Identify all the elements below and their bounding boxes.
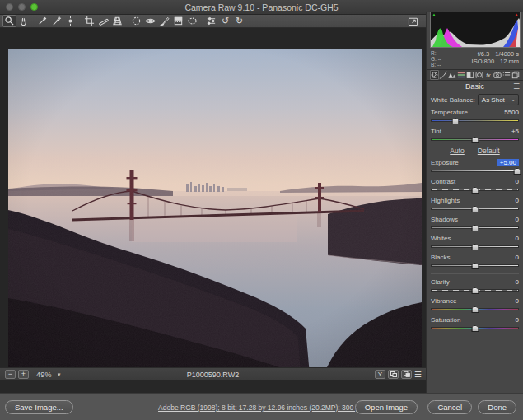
- tab-tone-curve[interactable]: [439, 70, 448, 80]
- slider-label: Temperature: [431, 109, 468, 116]
- histogram[interactable]: ▲ ▲: [430, 12, 521, 48]
- filename-label: P1000590.RW2: [0, 371, 426, 379]
- slider-label: Shadows: [431, 216, 458, 223]
- white-balance-select[interactable]: As Shot ⌄: [478, 94, 519, 105]
- tone-sliders: Exposure +5.00 Contrast 0 Highlights 0 S…: [427, 159, 523, 332]
- focal-length-value: 12 mm: [500, 58, 519, 65]
- exposure-info: f/6.31/4000 s ISO 80012 mm: [459, 50, 519, 68]
- spot-removal-tool-icon[interactable]: [129, 15, 143, 27]
- tab-lens-corrections[interactable]: [475, 70, 484, 80]
- preview-preferences-menu-icon[interactable]: ☰: [414, 370, 422, 379]
- auto-link[interactable]: Auto: [450, 147, 465, 155]
- before-after-view-button[interactable]: Y: [375, 370, 385, 379]
- slider-track[interactable]: [431, 119, 519, 122]
- graduated-filter-tool-icon[interactable]: [171, 15, 185, 27]
- slider-vibrance: Vibrance 0: [431, 297, 519, 313]
- default-link[interactable]: Default: [478, 147, 500, 155]
- tab-snapshots[interactable]: [511, 70, 520, 80]
- red-eye-removal-tool-icon[interactable]: [143, 15, 157, 27]
- auto-default-row: Auto Default: [427, 147, 523, 155]
- white-balance-label: White Balance:: [431, 96, 475, 104]
- hand-tool-icon[interactable]: [16, 15, 30, 27]
- slider-value[interactable]: 0: [516, 297, 519, 305]
- zoom-tool-icon[interactable]: [2, 15, 16, 27]
- open-image-button[interactable]: Open Image: [355, 400, 418, 414]
- slider-label: Whites: [431, 235, 451, 242]
- close-window-button[interactable]: [6, 3, 13, 11]
- wb-sliders: Temperature 5500 Tint +5: [427, 109, 523, 143]
- slider-label: Contrast: [431, 178, 455, 185]
- tab-hsl-grayscale[interactable]: [457, 70, 466, 80]
- swap-before-after-button[interactable]: [388, 370, 399, 379]
- copy-settings-button[interactable]: [401, 370, 412, 379]
- rotate-right-tool-icon[interactable]: ↻: [232, 15, 246, 27]
- tab-camera-calibration[interactable]: [493, 70, 502, 80]
- slider-temperature: Temperature 5500: [431, 109, 519, 124]
- targeted-adjustment-tool-icon[interactable]: [63, 15, 77, 27]
- panel-menu-icon[interactable]: ☰: [513, 82, 520, 91]
- slider-whites: Whites 0: [431, 235, 519, 250]
- slider-label: Highlights: [431, 197, 460, 204]
- rotate-left-tool-icon[interactable]: ↺: [218, 15, 232, 27]
- white-balance-value: As Shot: [482, 96, 505, 104]
- tab-split-toning[interactable]: [466, 70, 475, 80]
- slider-value[interactable]: 0: [516, 197, 519, 204]
- preview-status-bar: − + 49% ▾ P1000590.RW2 Y ☰: [0, 367, 426, 380]
- footer-bar: Save Image... Adobe RGB (1998); 8 bit; 1…: [0, 393, 523, 420]
- crop-tool-icon[interactable]: [82, 15, 96, 27]
- slider-tint: Tint +5: [431, 128, 519, 143]
- slider-shadows: Shadows 0: [431, 216, 519, 231]
- panel-divider: [431, 273, 519, 274]
- preferences-tool-icon[interactable]: [204, 15, 218, 27]
- chevron-down-icon: ⌄: [511, 96, 516, 103]
- straighten-tool-icon[interactable]: [96, 15, 110, 27]
- done-button[interactable]: Done: [478, 400, 516, 414]
- preview-area: − + 49% ▾ P1000590.RW2 Y ☰: [0, 28, 426, 380]
- zoom-window-button[interactable]: [30, 3, 38, 11]
- aperture-value: f/6.3: [478, 50, 490, 58]
- adjustments-panel: ▲ ▲ R: -- G: -- B: -- f/6.31/4000 s ISO …: [426, 12, 523, 394]
- toggle-fullscreen-icon[interactable]: [406, 16, 419, 27]
- slider-label: Vibrance: [431, 297, 456, 305]
- slider-track[interactable]: [431, 170, 519, 172]
- window-controls: [6, 3, 38, 11]
- iso-value: ISO 800: [472, 58, 495, 65]
- window-title: Camera Raw 9.10 - Panasonic DC-GH5: [184, 2, 338, 12]
- radial-filter-tool-icon[interactable]: [185, 15, 199, 27]
- panel-tabs: fx: [427, 69, 523, 81]
- photo-golden-gate-bridge[interactable]: [8, 49, 422, 375]
- slider-value[interactable]: 0: [516, 254, 519, 261]
- rgb-readout: R: -- G: -- B: --: [431, 50, 459, 68]
- slider-label: Blacks: [431, 254, 451, 261]
- slider-label: Saturation: [431, 316, 460, 324]
- tab-basic[interactable]: [430, 70, 439, 80]
- cancel-button[interactable]: Cancel: [427, 400, 472, 414]
- slider-value[interactable]: 0: [516, 278, 519, 286]
- panel-header: Basic ☰: [427, 81, 523, 91]
- tab-presets[interactable]: [502, 70, 511, 80]
- image-workspace: ↺ ↻: [0, 15, 426, 393]
- slider-highlights: Highlights 0: [431, 197, 519, 212]
- slider-saturation: Saturation 0: [431, 316, 519, 332]
- panel-title: Basic: [465, 82, 484, 91]
- adjustment-brush-tool-icon[interactable]: [157, 15, 171, 27]
- tab-detail[interactable]: [448, 70, 457, 80]
- slider-contrast: Contrast 0: [431, 178, 519, 194]
- slider-clarity: Clarity 0: [431, 278, 519, 294]
- capture-info: R: -- G: -- B: -- f/6.31/4000 s ISO 8001…: [431, 50, 519, 68]
- slider-value[interactable]: 0: [516, 235, 519, 242]
- slider-value[interactable]: +5.00: [497, 159, 519, 166]
- slider-value[interactable]: 0: [516, 178, 519, 185]
- slider-value[interactable]: 0: [516, 316, 519, 324]
- white-balance-tool-icon[interactable]: [35, 15, 49, 27]
- white-balance-row: White Balance: As Shot ⌄: [431, 94, 519, 105]
- camera-raw-window: Camera Raw 9.10 - Panasonic DC-GH5: [0, 0, 523, 420]
- color-sampler-tool-icon[interactable]: [49, 15, 63, 27]
- slider-value[interactable]: 0: [516, 216, 519, 223]
- slider-value[interactable]: +5: [511, 128, 519, 135]
- transform-tool-icon[interactable]: [110, 15, 124, 27]
- slider-label: Clarity: [431, 278, 450, 286]
- minimize-window-button[interactable]: [18, 3, 26, 11]
- tab-effects[interactable]: fx: [483, 70, 493, 80]
- slider-value[interactable]: 5500: [504, 109, 519, 116]
